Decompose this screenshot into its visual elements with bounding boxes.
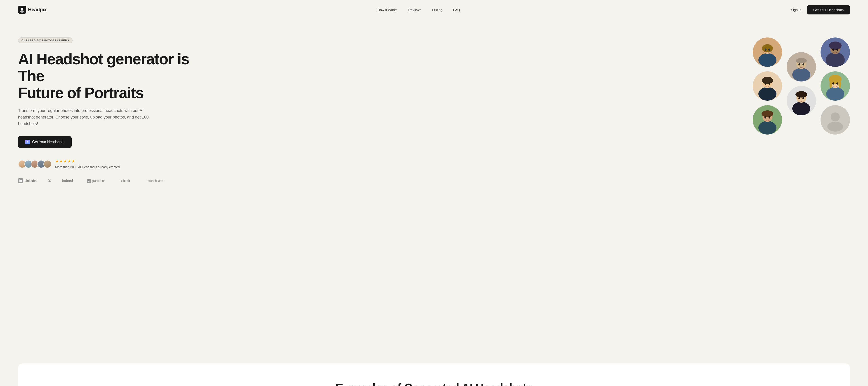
- svg-point-34: [765, 120, 767, 121]
- svg-point-65: [831, 112, 840, 121]
- headshots-col-2: [786, 52, 816, 115]
- crunchbase-logo: crunchbase: [148, 178, 174, 183]
- nav-faq[interactable]: FAQ: [453, 8, 460, 12]
- svg-text:𝕏: 𝕏: [48, 178, 51, 183]
- star-5: ★: [71, 159, 75, 164]
- svg-point-39: [796, 58, 807, 63]
- svg-point-20: [765, 52, 767, 54]
- svg-point-51: [829, 41, 842, 50]
- svg-point-41: [802, 63, 804, 66]
- social-proof-text: More than 3000 AI Headshots already crea…: [55, 165, 120, 170]
- hero-title: AI Headshot generator is The Future of P…: [18, 50, 204, 101]
- brand-logos: in LinkedIn 𝕏 indeed G: [18, 178, 204, 183]
- headshot-7: [820, 71, 850, 101]
- svg-point-62: [832, 86, 835, 87]
- svg-text:in: in: [19, 179, 22, 183]
- headshot-4: [786, 52, 816, 81]
- svg-point-21: [768, 52, 770, 54]
- curated-badge: CURATED BY PHOTOGRAPHERS: [18, 37, 72, 43]
- navbar-links: How it Works Reviews Pricing FAQ: [377, 8, 460, 12]
- svg-point-32: [765, 116, 766, 118]
- sign-in-button[interactable]: Sign In: [791, 8, 802, 12]
- svg-point-55: [826, 87, 844, 101]
- svg-point-52: [832, 48, 834, 51]
- svg-point-40: [798, 63, 800, 66]
- x-logo: 𝕏: [48, 178, 53, 183]
- nav-pricing[interactable]: Pricing: [432, 8, 442, 12]
- linkedin-logo: in LinkedIn: [18, 178, 38, 183]
- svg-point-1: [21, 8, 23, 10]
- avatar-stack: [18, 160, 52, 168]
- glassdoor-logo: G glassdoor: [87, 178, 112, 183]
- hero-subtitle: Transform your regular photos into profe…: [18, 107, 158, 127]
- svg-point-2: [20, 10, 24, 13]
- avatar-5: [43, 160, 52, 168]
- get-headshots-nav-button[interactable]: Get Your Headshots: [807, 5, 850, 14]
- examples-section: Examples of Generated AI Headshots: [18, 363, 850, 386]
- tiktok-logo: TikTok: [121, 178, 139, 183]
- hero-section: CURATED BY PHOTOGRAPHERS AI Headshot gen…: [0, 20, 868, 363]
- headshot-2: [753, 71, 782, 101]
- svg-point-60: [832, 82, 834, 85]
- svg-point-27: [769, 82, 770, 85]
- star-1: ★: [55, 159, 59, 164]
- svg-point-59: [838, 79, 841, 88]
- svg-point-35: [768, 120, 770, 121]
- svg-point-61: [836, 82, 838, 85]
- headshot-8-empty: [820, 105, 850, 135]
- indeed-logo: indeed: [62, 178, 78, 183]
- svg-point-23: [758, 87, 776, 101]
- svg-text:TikTok: TikTok: [121, 179, 130, 183]
- svg-point-66: [827, 122, 843, 132]
- navbar-actions: Sign In Get Your Headshots: [791, 5, 850, 14]
- hero-title-line1: AI Headshot generator is The: [18, 50, 189, 84]
- nav-how-it-works[interactable]: How it Works: [377, 8, 397, 12]
- star-4: ★: [67, 159, 71, 164]
- examples-title: Examples of Generated AI Headshots: [36, 382, 832, 386]
- svg-text:glassdoor: glassdoor: [92, 179, 105, 183]
- headshot-6: [820, 37, 850, 67]
- headshot-5: [786, 86, 816, 115]
- nav-reviews[interactable]: Reviews: [408, 8, 421, 12]
- headshots-col-3: [820, 37, 850, 135]
- headshots-col-1: [753, 37, 782, 135]
- svg-point-18: [765, 48, 767, 51]
- hero-title-line2: Future of Portraits: [18, 84, 144, 101]
- svg-point-47: [802, 97, 804, 99]
- star-rating: ★ ★ ★ ★ ★: [55, 159, 120, 164]
- svg-point-25: [762, 77, 773, 84]
- svg-point-43: [792, 102, 810, 115]
- svg-text:crunchbase: crunchbase: [148, 179, 163, 183]
- svg-point-26: [765, 82, 766, 85]
- svg-point-15: [758, 53, 776, 67]
- logo[interactable]: Headpix: [18, 6, 46, 14]
- star-2: ★: [59, 159, 63, 164]
- svg-text:LinkedIn: LinkedIn: [24, 179, 37, 183]
- social-proof: ★ ★ ★ ★ ★ More than 3000 AI Headshots al…: [18, 159, 204, 170]
- social-proof-info: ★ ★ ★ ★ ★ More than 3000 AI Headshots al…: [55, 159, 120, 170]
- headshots-grid: [753, 37, 850, 135]
- logo-text: Headpix: [28, 7, 46, 13]
- svg-point-19: [768, 48, 770, 51]
- headshot-3: [753, 105, 782, 135]
- navbar: Headpix How it Works Reviews Pricing FAQ…: [0, 0, 868, 20]
- svg-point-63: [836, 86, 838, 87]
- hero-cta-label: Get Your Headshots: [32, 140, 64, 144]
- svg-point-37: [792, 68, 810, 81]
- svg-text:G: G: [88, 179, 90, 182]
- svg-point-53: [836, 48, 838, 51]
- logo-icon: [18, 6, 26, 14]
- headshot-1: [753, 37, 782, 67]
- hero-cta-button[interactable]: ✦ Get Your Headshots: [18, 136, 72, 148]
- star-3: ★: [63, 159, 67, 164]
- svg-point-29: [758, 121, 776, 135]
- svg-point-46: [798, 97, 800, 99]
- svg-text:indeed: indeed: [62, 179, 73, 183]
- svg-point-17: [762, 44, 773, 52]
- sparkle-icon: ✦: [25, 140, 30, 144]
- svg-point-58: [829, 79, 832, 88]
- svg-point-45: [796, 91, 807, 98]
- hero-content: CURATED BY PHOTOGRAPHERS AI Headshot gen…: [18, 33, 204, 183]
- svg-point-31: [762, 110, 773, 117]
- svg-point-33: [769, 116, 770, 118]
